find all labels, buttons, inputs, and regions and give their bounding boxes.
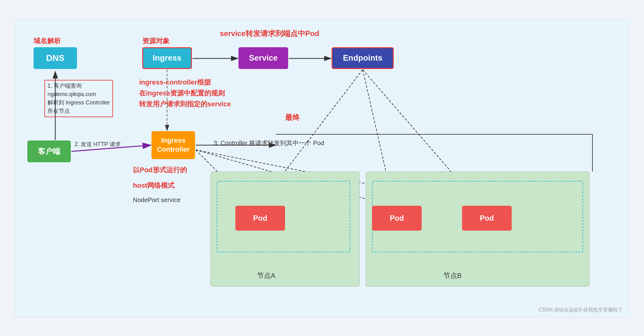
ingress-controller-label: IngressController — [157, 136, 189, 154]
diagram-container: 域名解析 DNS 1. 客户端查询 ngdemo.qikqia.com 解析到 … — [15, 19, 629, 317]
node-a-label: 节点A — [257, 271, 275, 280]
ic-desc-line3: 转发用户请求到指定的service — [139, 99, 231, 109]
dns-note-box: 1. 客户端查询 ngdemo.qikqia.com 解析到 Ingress C… — [44, 80, 113, 117]
service-forward-label: service转发请求到端点中Pod — [220, 29, 319, 39]
pod-form-label: 以Pod形式运行的 — [133, 165, 187, 175]
dns-section-label: 域名解析 — [34, 36, 61, 46]
finally-label: 最终 — [285, 113, 300, 122]
client-box: 客户端 — [27, 140, 71, 162]
ic-desc-line1: ingress-controller根据 — [139, 77, 231, 88]
dns-note-line3: 解析到 Ingress Controller — [48, 99, 110, 107]
dns-note-line1: 1. 客户端查询 — [48, 82, 110, 90]
dns-note-line2: ngdemo.qikqia.com — [48, 90, 110, 99]
host-network-label: host网络模式 — [133, 181, 175, 190]
ingress-box: Ingress — [142, 47, 192, 69]
pod-box-1: Pod — [235, 206, 285, 231]
dns-note-line4: 所在节点 — [48, 107, 110, 115]
step3-label: 3. Controller 将请求转发到其中一个 Pod — [214, 138, 324, 148]
resource-object-label: 资源对象 — [142, 36, 170, 46]
ingress-controller-desc: ingress-controller根据 在ingress资源中配置的规则 转发… — [139, 77, 231, 110]
pod-box-3: Pod — [462, 206, 512, 231]
dns-box: DNS — [34, 47, 77, 69]
pod-box-2: Pod — [372, 206, 422, 231]
step2-label: 2. 发送 HTTP 请求 — [75, 140, 121, 149]
service-box: Service — [238, 47, 288, 69]
ic-desc-line2: 在ingress资源中配置的规则 — [139, 88, 231, 99]
nodeport-label: NodePort service — [133, 195, 180, 205]
endpoints-box: Endpoints — [332, 47, 394, 69]
ingress-controller-box: IngressController — [152, 131, 195, 159]
watermark: CSDN @站在远处0 @我也辛苦搬砖了 — [538, 307, 623, 313]
node-b-label: 节点B — [443, 271, 462, 280]
